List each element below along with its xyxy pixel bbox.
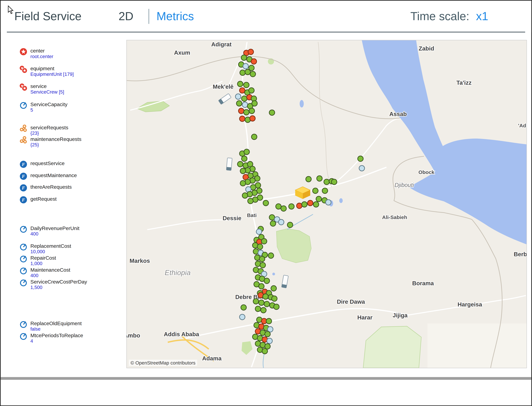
parameter-icon [20, 267, 27, 275]
equipment-marker [259, 283, 264, 289]
collection-icon [20, 125, 27, 132]
agent-population-icon [20, 83, 27, 91]
equipment-marker [240, 116, 245, 122]
equipment-marker [266, 318, 272, 324]
sidebar-item-maintenancerequests[interactable]: maintenanceRequests {25} [20, 136, 81, 147]
sidebar-item-servicerequests[interactable]: serviceRequests {23} [20, 125, 68, 136]
parameter-icon [20, 225, 27, 233]
equipment-marker [264, 278, 270, 283]
equipment-marker [239, 108, 244, 114]
equipment-marker [262, 239, 267, 244]
sidebar-item-replaceoldequipment[interactable]: ReplaceOldEquipment false [20, 320, 82, 332]
equipment-marker [316, 196, 322, 202]
map-label: Berb [514, 251, 527, 258]
item-value: {23} [30, 130, 68, 136]
time-scale-value[interactable]: x1 [476, 10, 488, 23]
item-value: 4 [30, 338, 83, 344]
item-label: requestService [30, 160, 65, 166]
time-scale-label: Time scale: [410, 10, 469, 23]
map-label: Adama [202, 355, 222, 362]
equipment-marker [263, 294, 268, 299]
sidebar-item-servicecapacity[interactable]: ServiceCapacity 5 [20, 101, 67, 113]
equipment-marker [324, 179, 329, 185]
equipment-marker [240, 168, 246, 174]
map-label: Harar [357, 314, 373, 321]
equipment-marker [240, 88, 245, 93]
sidebar-item-replacementcost[interactable]: ReplacementCost 10,000 [20, 243, 71, 254]
collection-icon [20, 136, 27, 144]
page-title: Field Service [14, 10, 82, 23]
equipment-marker [265, 331, 270, 337]
sidebar-item-servicecrewcostperday[interactable]: ServiceCrewCostPerDay 1,500 [20, 279, 87, 290]
equipment-marker [251, 59, 256, 64]
equipment-marker [261, 307, 266, 313]
equipment-marker [281, 206, 286, 211]
equipment-marker [242, 102, 248, 108]
equipment-marker [235, 94, 241, 99]
time-scale: Time scale: x1 [410, 10, 488, 23]
sidebar-item-equipment[interactable]: equipment EquipmentUnit [179] [20, 65, 74, 77]
tab-2d[interactable]: 2D [119, 10, 134, 23]
sidebar-item-requestmaintenance[interactable]: requestMaintenance [20, 172, 77, 180]
equipment-marker [269, 110, 275, 115]
equipment-marker [240, 314, 245, 320]
equipment-marker [313, 188, 318, 193]
equipment-marker [270, 221, 276, 226]
parameter-icon [20, 279, 27, 287]
map-label: Adigrat [211, 41, 232, 48]
map-label: Borama [412, 280, 434, 287]
agent-population-icon [20, 65, 27, 73]
map-label: Ali-Sabieh [382, 214, 407, 220]
map-label: Hargeisa [457, 301, 482, 308]
tab-metrics[interactable]: Metrics [157, 10, 194, 23]
item-value: 5 [30, 107, 67, 113]
equipment-marker [241, 55, 247, 60]
map-label: Dessie [223, 215, 241, 221]
equipment-marker [243, 64, 248, 69]
parameter-icon [20, 101, 27, 109]
sidebar-item-mtceperiodstoreplace[interactable]: MtcePeriodsToReplace 4 [20, 332, 83, 344]
map-viewport[interactable]: AdigratAxumZabidTa'izzMek'elēAssab'AdObo… [127, 40, 527, 368]
map-label: Ethiopia [165, 269, 191, 277]
equipment-marker [238, 81, 243, 87]
equipment-marker [244, 109, 249, 115]
equipment-marker [256, 229, 262, 234]
sidebar-item-repaircost[interactable]: RepairCost 1,000 [20, 255, 56, 266]
sidebar-item-maintenancecost[interactable]: MaintenanceCost 400 [20, 267, 70, 278]
equipment-marker [278, 219, 284, 225]
item-label: ServiceCrewCostPerDay [30, 279, 87, 285]
sidebar-item-dailyrevenueperunit[interactable]: DailyRevenuePerUnit 400 [20, 225, 79, 237]
map-attribution[interactable]: © OpenStreetMap contributors [129, 360, 197, 366]
item-value: 400 [30, 273, 70, 278]
equipment-marker [287, 222, 293, 228]
equipment-marker [263, 200, 269, 206]
equipment-marker [289, 204, 294, 209]
function-icon [20, 172, 27, 180]
sidebar-item-requestservice[interactable]: requestService [20, 160, 65, 168]
item-label: center [30, 48, 53, 54]
item-value: 1,000 [30, 261, 56, 266]
equipment-marker [245, 69, 250, 75]
sidebar-item-center[interactable]: center root.center [20, 48, 53, 59]
equipment-marker [244, 149, 249, 154]
sidebar-item-getrequest[interactable]: getRequest [20, 196, 57, 204]
item-label: ReplacementCost [30, 243, 71, 249]
equipment-marker [267, 338, 272, 344]
equipment-marker [322, 188, 328, 193]
sidebar-item-service[interactable]: service ServiceCrew [5] [20, 83, 64, 94]
equipment-marker [241, 305, 246, 310]
parameter-icon [20, 243, 27, 251]
map-label: Axum [174, 49, 190, 56]
equipment-marker [249, 88, 254, 93]
equipment-marker [253, 298, 259, 304]
equipment-marker [259, 300, 264, 305]
equipment-marker [331, 179, 337, 185]
item-label: RepairCost [30, 255, 56, 261]
function-icon [20, 160, 27, 168]
equipment-marker [262, 348, 268, 354]
sidebar-item-therearerequests[interactable]: thereAreRequests [20, 184, 72, 192]
item-label: equipment [30, 65, 74, 71]
item-label: maintenanceRequests [30, 136, 81, 142]
equipment-marker [244, 82, 249, 88]
equipment-marker [241, 156, 247, 161]
